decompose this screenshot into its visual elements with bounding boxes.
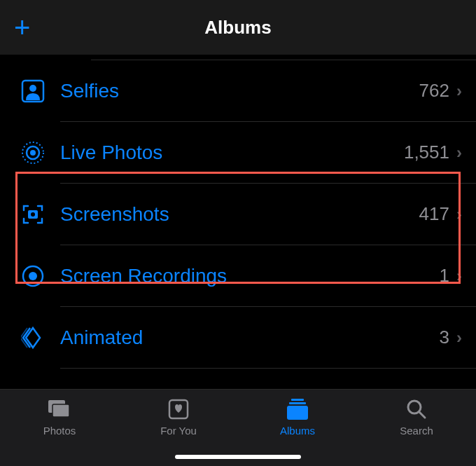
svg-rect-14 — [287, 406, 308, 420]
album-count: 1,551 — [404, 142, 449, 163]
selfies-icon — [21, 79, 60, 103]
album-list: Selfies 762 › Live Photos 1,551 › Screen… — [0, 55, 476, 369]
album-count: 417 — [419, 203, 449, 225]
chevron-right-icon: › — [456, 328, 462, 348]
svg-point-4 — [30, 150, 36, 156]
tab-label: Search — [400, 425, 433, 437]
tab-bar: Photos For You Albums Search — [0, 389, 476, 466]
chevron-right-icon: › — [456, 143, 462, 163]
svg-point-1 — [29, 85, 36, 92]
tab-label: Photos — [43, 425, 76, 437]
chevron-right-icon: › — [456, 81, 462, 101]
album-label: Selfies — [60, 80, 419, 102]
chevron-right-icon: › — [456, 266, 462, 286]
chevron-right-icon: › — [456, 205, 462, 224]
animated-icon — [21, 326, 60, 350]
svg-rect-13 — [289, 402, 306, 404]
screenshots-icon — [21, 203, 60, 226]
albums-icon — [286, 397, 309, 422]
album-row-recordings[interactable]: Screen Recordings 1 › — [21, 245, 476, 307]
album-count: 3 — [440, 327, 449, 348]
album-count: 762 — [419, 80, 449, 102]
album-row-screenshots[interactable]: Screenshots 417 › — [21, 184, 476, 245]
search-icon — [406, 397, 427, 422]
album-label: Animated — [60, 327, 440, 349]
svg-rect-12 — [291, 399, 304, 401]
header: + Albums — [0, 0, 476, 55]
album-row-animated[interactable]: Animated 3 › — [21, 307, 476, 369]
photos-icon — [47, 397, 72, 422]
album-label: Live Photos — [60, 142, 404, 164]
tab-label: Albums — [280, 425, 315, 437]
svg-line-16 — [419, 412, 425, 418]
home-indicator[interactable] — [175, 455, 301, 459]
album-count: 1 — [440, 265, 449, 287]
svg-rect-10 — [52, 404, 69, 417]
tab-search[interactable]: Search — [357, 397, 476, 466]
divider — [91, 55, 476, 60]
add-button[interactable]: + — [14, 13, 30, 41]
album-row-livephotos[interactable]: Live Photos 1,551 › — [21, 122, 476, 184]
tab-photos[interactable]: Photos — [0, 397, 119, 466]
album-label: Screenshots — [60, 203, 419, 226]
svg-point-6 — [31, 212, 35, 217]
livephotos-icon — [21, 141, 60, 165]
page-title: Albums — [204, 17, 271, 39]
recordings-icon — [21, 264, 60, 288]
album-label: Screen Recordings — [60, 265, 440, 287]
tab-label: For You — [160, 425, 197, 437]
svg-point-8 — [29, 272, 37, 280]
foryou-icon — [168, 397, 189, 422]
album-row-selfies[interactable]: Selfies 762 › — [21, 60, 476, 122]
